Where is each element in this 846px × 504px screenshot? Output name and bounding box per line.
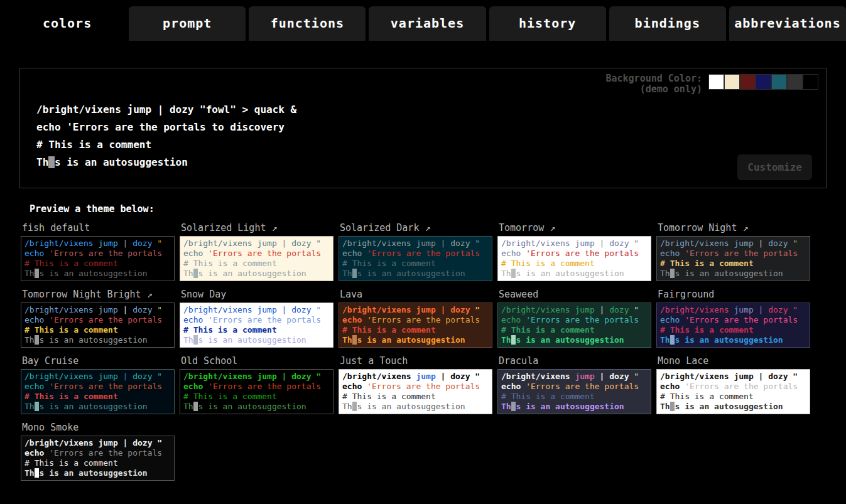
theme-title-fairground[interactable]: Fairground [656, 289, 815, 303]
theme-sample-seaweed[interactable]: /bright/vixens jump | dozy "echo 'Errors… [497, 303, 651, 348]
tab-variables[interactable]: variables [369, 6, 485, 41]
theme-sample-tomorrow-night-bright[interactable]: /bright/vixens jump | dozy "echo 'Errors… [21, 303, 175, 348]
tab-prompt[interactable]: prompt [129, 6, 246, 41]
token-echo: echo [24, 249, 49, 258]
token-comment: # This is a comment [24, 259, 118, 268]
background-color-labels: Background Color: (demo only) [605, 73, 702, 95]
sample-line: # This is a comment [501, 325, 648, 335]
tab-abbreviations[interactable]: abbreviations [729, 6, 846, 41]
theme-sample-tomorrow-night[interactable]: /bright/vixens jump | dozy "echo 'Errors… [656, 236, 810, 281]
token-quote: " [793, 372, 798, 381]
sample-line: /bright/vixens jump | dozy " [24, 372, 171, 382]
token-quote: " [634, 372, 639, 381]
token-string: 'Errors are the portals [367, 249, 480, 258]
theme-title-snow-day[interactable]: Snow Day [180, 289, 339, 303]
token-string: 'Errors are the portals [208, 249, 321, 258]
token-autosuggestion: s is an autosuggestion [357, 335, 465, 345]
token-comment: # This is a comment [24, 325, 118, 335]
theme-card-tomorrow: Tomorrow ↗/bright/vixens jump | dozy "ec… [497, 222, 656, 281]
terminal-line: echo 'Errors are the portals to discover… [36, 119, 296, 136]
background-swatch-4[interactable] [771, 74, 787, 90]
token-autosuggestion: Th [501, 402, 511, 411]
theme-card-fairground: Fairground/bright/vixens jump | dozy "ec… [656, 289, 815, 348]
theme-sample-solarized-light[interactable]: /bright/vixens jump | dozy "echo 'Errors… [180, 236, 334, 281]
token-command: /bright/vixens [342, 372, 411, 381]
theme-title-fish-default[interactable]: fish default [21, 222, 180, 236]
theme-sample-tomorrow[interactable]: /bright/vixens jump | dozy "echo 'Errors… [497, 236, 651, 281]
token-param: jump [94, 372, 123, 381]
sample-line: echo 'Errors are the portals [501, 315, 648, 325]
theme-sample-fish-default[interactable]: /bright/vixens jump | dozy "echo 'Errors… [21, 236, 175, 281]
token-autosuggestion: s is an autosuggestion [675, 335, 783, 345]
token-command: /bright/vixens [24, 372, 94, 381]
theme-sample-bay-cruise[interactable]: /bright/vixens jump | dozy "echo 'Errors… [21, 369, 175, 414]
theme-sample-mono-lace[interactable]: /bright/vixens jump | dozy "echo 'Errors… [656, 369, 810, 414]
theme-title-mono-lace[interactable]: Mono Lace [656, 355, 815, 369]
tab-functions[interactable]: functions [249, 6, 366, 41]
token-command: /bright/vixens [342, 239, 411, 248]
theme-card-tomorrow-night: Tomorrow Night ↗/bright/vixens jump | do… [656, 222, 815, 281]
background-swatch-5[interactable] [787, 74, 803, 90]
theme-card-mono-lace: Mono Lace/bright/vixens jump | dozy "ech… [656, 355, 815, 414]
sample-line: # This is a comment [660, 392, 806, 402]
sample-line: This is an autosuggestion [660, 335, 806, 345]
token-autosuggestion: s is an autosuggestion [516, 335, 624, 345]
token-quote: " [157, 239, 162, 248]
theme-title-solarized-dark[interactable]: Solarized Dark ↗ [339, 222, 497, 236]
theme-title-solarized-light[interactable]: Solarized Light ↗ [180, 222, 339, 236]
sample-line: /bright/vixens jump | dozy " [501, 305, 648, 315]
sample-line: # This is a comment [342, 259, 489, 269]
theme-sample-fairground[interactable]: /bright/vixens jump | dozy "echo 'Errors… [656, 303, 810, 348]
theme-title-seaweed[interactable]: Seaweed [497, 289, 656, 303]
theme-title-tomorrow-night[interactable]: Tomorrow Night ↗ [656, 222, 815, 236]
token-echo: echo [183, 315, 208, 324]
theme-card-fish-default: fish default/bright/vixens jump | dozy "… [21, 222, 180, 281]
token-comment: # This is a comment [342, 392, 436, 401]
background-swatch-2[interactable] [740, 74, 756, 90]
sample-line: # This is a comment [24, 259, 171, 269]
sample-line: echo 'Errors are the portals [342, 315, 489, 325]
theme-card-snow-day: Snow Day/bright/vixens jump | dozy "echo… [180, 289, 339, 348]
token-echo: echo [501, 315, 526, 324]
theme-title-tomorrow[interactable]: Tomorrow ↗ [497, 222, 656, 236]
tab-colors[interactable]: colors [9, 6, 126, 41]
tab-bindings[interactable]: bindings [609, 6, 726, 41]
sample-line: This is an autosuggestion [24, 402, 171, 412]
token-pipe: | [759, 305, 769, 314]
token-text: echo 'Errors are the portals to discover… [36, 121, 285, 133]
token-command: dozy [768, 239, 793, 248]
fish-config-page: colorspromptfunctionsvariableshistorybin… [0, 0, 846, 481]
background-swatch-1[interactable] [724, 74, 740, 90]
theme-title-old-school[interactable]: Old School [180, 355, 339, 369]
theme-sample-snow-day[interactable]: /bright/vixens jump | dozy "echo 'Errors… [180, 303, 334, 348]
theme-title-bay-cruise[interactable]: Bay Cruise [21, 355, 180, 369]
sample-line: /bright/vixens jump | dozy " [501, 239, 648, 249]
token-pipe: | [123, 438, 133, 448]
theme-sample-just-a-touch[interactable]: /bright/vixens jump | dozy "echo 'Errors… [339, 369, 492, 414]
token-autosuggestion: Th [24, 402, 35, 411]
theme-sample-solarized-dark[interactable]: /bright/vixens jump | dozy "echo 'Errors… [339, 236, 492, 281]
token-pipe: | [759, 239, 769, 248]
tab-history[interactable]: history [489, 6, 606, 41]
token-command: dozy [133, 372, 157, 381]
token-quote: " [316, 239, 321, 248]
theme-title-tomorrow-night-bright[interactable]: Tomorrow Night Bright ↗ [21, 289, 180, 303]
background-swatch-6[interactable] [803, 74, 818, 90]
customize-button[interactable]: Customize [737, 154, 812, 180]
theme-title-mono-smoke[interactable]: Mono Smoke [21, 422, 180, 436]
sample-line: This is an autosuggestion [183, 335, 330, 345]
theme-sample-old-school[interactable]: /bright/vixens jump | dozy "echo 'Errors… [180, 369, 334, 414]
background-swatch-3[interactable] [756, 74, 771, 90]
background-swatch-0[interactable] [708, 74, 724, 90]
token-autosuggestion: s is an autosuggestion [39, 335, 147, 345]
token-echo: echo [183, 382, 208, 391]
theme-title-just-a-touch[interactable]: Just a Touch [339, 355, 497, 369]
sample-line: This is an autosuggestion [24, 468, 171, 478]
theme-sample-dracula[interactable]: /bright/vixens jump | dozy "echo 'Errors… [497, 369, 651, 414]
token-autosuggestion: s is an autosuggestion [39, 402, 147, 411]
token-string: 'Errors are the portals [526, 315, 639, 324]
theme-sample-lava[interactable]: /bright/vixens jump | dozy "echo 'Errors… [339, 303, 492, 348]
theme-title-dracula[interactable]: Dracula [497, 355, 656, 369]
theme-sample-mono-smoke[interactable]: /bright/vixens jump | dozy "echo 'Errors… [21, 436, 175, 481]
theme-title-lava[interactable]: Lava [339, 289, 497, 303]
